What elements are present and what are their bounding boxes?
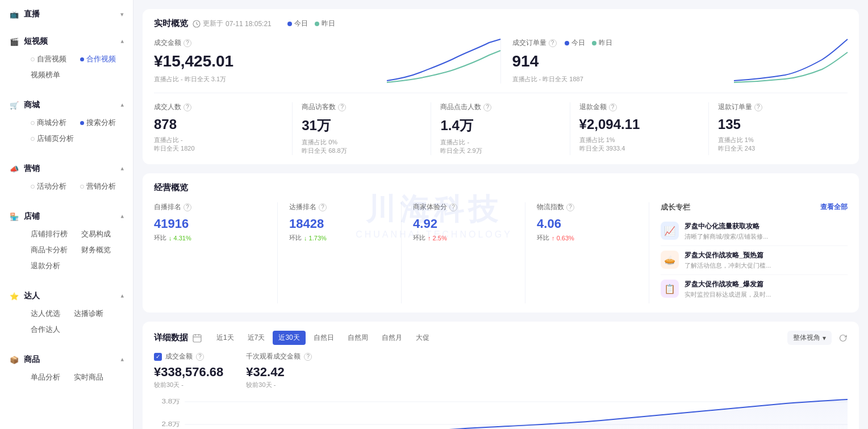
ops-metric-2-help[interactable]: ? <box>319 203 327 211</box>
ops-metric-4: 物流指数 ? 4.06 环比 ↑ 0.63% <box>525 202 649 303</box>
chevron-down-icon: ▾ <box>823 334 826 342</box>
calendar-icon[interactable] <box>193 334 202 343</box>
sidebar-item-退款分析[interactable]: 退款分析 <box>25 258 66 274</box>
time-tab-自然周[interactable]: 自然周 <box>342 331 374 345</box>
gmv-help-icon[interactable]: ? <box>183 39 191 47</box>
growth-item-title: 罗盘大促作战攻略_预热篇 <box>685 251 848 260</box>
refund-orders-sub2: 昨日全天 243 <box>718 144 848 153</box>
time-tab-大促[interactable]: 大促 <box>410 331 435 345</box>
ops-metric-1-help[interactable]: ? <box>183 203 191 211</box>
refund-amount-sub1: 直播占比 1% <box>579 136 699 144</box>
sidebar-item-实时商品[interactable]: 实时商品 <box>68 369 109 385</box>
growth-item-icon: 📈 <box>661 222 679 240</box>
growth-section: 成长专栏 查看全部 📈 罗盘中心化流量获取攻略 清晰了解商城/搜索/店铺装修..… <box>649 202 848 303</box>
gmv-section: 成交金额 ? ¥15,425.01 直播占比 - 昨日全天 3.1万 <box>154 38 501 84</box>
detail-title: 详细数据 <box>154 332 188 343</box>
sidebar-section-title-marketing: 📣 营销 <box>9 164 40 174</box>
customers-help-icon[interactable]: ? <box>183 103 191 111</box>
growth-item[interactable]: 📈 罗盘中心化流量获取攻略 清晰了解商城/搜索/店铺装修... <box>661 217 848 246</box>
operations-title: 经营概览 <box>154 182 848 193</box>
sidebar-item-达人优选[interactable]: 达人优选 <box>25 306 66 322</box>
sidebar-row: 自营视频合作视频 <box>0 51 133 67</box>
view-select[interactable]: 整体视角 ▾ <box>787 331 832 345</box>
time-tab-近7天[interactable]: 近7天 <box>242 331 271 345</box>
dot-营销分析 <box>80 185 84 189</box>
sidebar-section-live: 📺 直播 ▾ <box>0 0 133 27</box>
sidebar-item-店铺页分析[interactable]: 店铺页分析 <box>25 131 80 147</box>
sidebar-item-搜索分析[interactable]: 搜索分析 <box>74 115 122 131</box>
clicks-help-icon[interactable]: ? <box>483 103 491 111</box>
gmv-label: 成交金额 ? <box>154 38 378 48</box>
sidebar-item-财务概览[interactable]: 财务概览 <box>76 242 116 258</box>
sidebar-item-达播诊断[interactable]: 达播诊断 <box>68 306 109 322</box>
orders-legend-today: 今日 <box>565 38 585 48</box>
sidebar-item-视频榜单[interactable]: 视频榜单 <box>25 67 66 83</box>
growth-item[interactable]: 📋 罗盘大促作战攻略_爆发篇 实时监控目标达成进展，及时... <box>661 275 848 303</box>
detail-gmv-value: ¥338,576.68 <box>154 365 223 380</box>
growth-item[interactable]: 🥧 罗盘大促作战攻略_预热篇 了解活动信息，冲刺大促门槛... <box>661 246 848 275</box>
orders-label: 成交订单量 ? 今日 昨日 <box>512 38 735 48</box>
refund-orders-value: 135 <box>718 116 848 132</box>
dot-店铺页分析 <box>31 137 35 141</box>
orders-legend-yesterday: 昨日 <box>592 38 612 48</box>
detail-gmv-checkbox[interactable] <box>154 353 162 361</box>
visitors-help-icon[interactable]: ? <box>338 103 346 111</box>
sidebar-section-header-live[interactable]: 📺 直播 ▾ <box>0 5 133 23</box>
chevron-short-video: ▾ <box>120 38 124 45</box>
sidebar-item-单品分析[interactable]: 单品分析 <box>25 369 66 385</box>
marketing-icon: 📣 <box>9 164 19 174</box>
sidebar-item-商城分析[interactable]: 商城分析 <box>25 115 72 131</box>
sidebar-item-商品卡分析[interactable]: 商品卡分析 <box>25 242 73 258</box>
ops-metric-4-help[interactable]: ? <box>566 203 574 211</box>
operations-metrics: 自播排名 ? 41916 环比 ↓ 4.31% 达播排名 ? 18428 环比 <box>154 202 848 303</box>
refund-amount-help-icon[interactable]: ? <box>609 103 617 111</box>
sidebar-item-店铺排行榜[interactable]: 店铺排行榜 <box>25 226 73 242</box>
store-icon: 🏪 <box>9 211 19 222</box>
sidebar-item-交易构成[interactable]: 交易构成 <box>76 226 116 242</box>
sidebar-section-header-short-video[interactable]: 🎬 短视频 ▾ <box>0 32 133 50</box>
growth-item-sub: 实时监控目标达成进展，及时... <box>685 290 848 299</box>
clicks-metric: 商品点击人数 ? 1.4万 直播占比 - 昨日全天 2.9万 <box>431 102 570 155</box>
time-tab-近1天[interactable]: 近1天 <box>211 331 240 345</box>
gmv-metric: 成交金额 ? ¥15,425.01 直播占比 - 昨日全天 3.1万 <box>154 38 387 84</box>
sidebar-row: 活动分析营销分析 <box>0 178 133 194</box>
visitors-label: 商品访客数 ? <box>302 102 422 112</box>
refund-orders-sub1: 直播占比 1% <box>718 136 848 144</box>
sidebar-section-header-marketing[interactable]: 📣 营销 ▾ <box>0 159 133 177</box>
yesterday-dot <box>315 22 319 26</box>
growth-title: 成长专栏 查看全部 <box>661 202 848 213</box>
sidebar-item-合作达人[interactable]: 合作达人 <box>25 322 66 338</box>
detail-cpm-help[interactable]: ? <box>304 353 312 361</box>
ops-metric-4-value: 4.06 <box>537 216 637 231</box>
sidebar-section-header-talent[interactable]: ⭐ 达人 ▾ <box>0 286 133 305</box>
sidebar-section-header-product[interactable]: 📦 商品 ▾ <box>0 350 133 368</box>
time-tab-自然月[interactable]: 自然月 <box>376 331 408 345</box>
sidebar-section-header-mall[interactable]: 🛒 商城 ▾ <box>0 95 133 114</box>
time-tab-自然日[interactable]: 自然日 <box>308 331 340 345</box>
ops-metric-2-sub: 环比 ↓ 1.73% <box>289 234 390 242</box>
sidebar-item-活动分析[interactable]: 活动分析 <box>25 178 72 194</box>
visitors-value: 31万 <box>302 116 422 135</box>
growth-item-title: 罗盘中心化流量获取攻略 <box>685 222 848 231</box>
refresh-icon[interactable] <box>838 334 848 343</box>
sidebar-row: 达人优选达播诊断 <box>0 306 133 322</box>
visitors-sub2: 昨日全天 68.8万 <box>302 147 422 155</box>
sidebar-item-营销分析[interactable]: 营销分析 <box>74 178 122 194</box>
sidebar-section-header-store[interactable]: 🏪 店铺 ▾ <box>0 207 133 225</box>
sidebar: 📺 直播 ▾ 🎬 短视频 ▾ 自营视频合作视频视频榜单 🛒 商城 ▾ 商城分析搜… <box>0 0 133 429</box>
sidebar-item-合作视频[interactable]: 合作视频 <box>74 51 122 67</box>
orders-help-icon[interactable]: ? <box>549 39 557 47</box>
visitors-sub1: 直播占比 0% <box>302 138 422 147</box>
clock-icon <box>193 20 201 28</box>
refund-orders-help-icon[interactable]: ? <box>754 103 762 111</box>
sidebar-item-自营视频[interactable]: 自营视频 <box>25 51 72 67</box>
growth-items: 📈 罗盘中心化流量获取攻略 清晰了解商城/搜索/店铺装修... 🥧 罗盘大促作战… <box>661 217 848 303</box>
ops-metric-3-help[interactable]: ? <box>449 203 457 211</box>
detail-gmv-label: 成交金额 <box>165 352 193 361</box>
dot-活动分析 <box>31 185 35 189</box>
detail-gmv-help[interactable]: ? <box>196 353 204 361</box>
time-tab-近30天[interactable]: 近30天 <box>273 331 305 345</box>
sidebar-row: 视频榜单 <box>0 67 133 83</box>
ops-metric-2-label: 达播排名 ? <box>289 202 390 212</box>
growth-link[interactable]: 查看全部 <box>820 202 848 213</box>
